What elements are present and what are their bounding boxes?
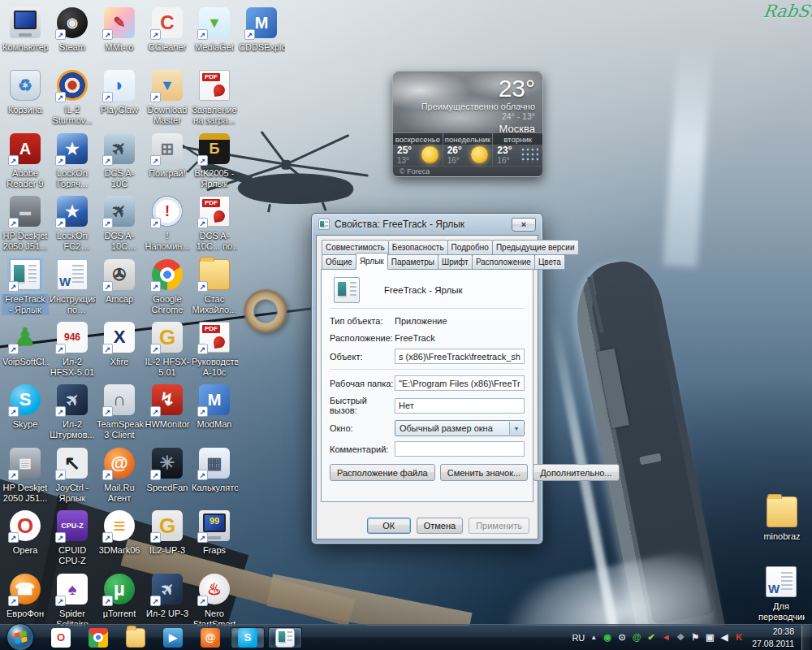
volume-tray-icon[interactable]: ◀ bbox=[718, 631, 731, 644]
close-button[interactable]: × bbox=[512, 218, 536, 232]
desktop-icon-calculator[interactable]: ▦↗Калькулятор bbox=[191, 445, 238, 493]
desktop-icon-mediaget[interactable]: ▼↗MediaGet bbox=[191, 5, 238, 53]
dialog-tab-4[interactable]: Расположение bbox=[472, 254, 535, 270]
dialog-tab-1[interactable]: Безопасность bbox=[388, 240, 448, 255]
window-mode-dropdown[interactable]: Обычный размер окна ▼ bbox=[395, 420, 525, 436]
desktop-icon-dlya-perevodchika[interactable]: WДля переводчика bbox=[758, 564, 805, 622]
desktop-icon-mmtro[interactable]: ✎↗MMt-ro bbox=[96, 5, 143, 53]
desktop-icon-lockon-fc2[interactable]: ★↗LockOn FC2 сетевой р... bbox=[49, 193, 96, 252]
desktop-icon-il2-up3[interactable]: ✈↗Ил-2 UP-3 bbox=[144, 571, 191, 619]
desktop-icon-steam[interactable]: ◉↗Steam bbox=[49, 5, 96, 53]
hotkey-input[interactable] bbox=[395, 398, 525, 414]
desktop-icon-spider-solitaire[interactable]: ♠↗Spider Solitaire bbox=[49, 571, 96, 630]
working-folder-input[interactable] bbox=[395, 375, 525, 391]
desktop-icon-adobe-reader-9[interactable]: A↗Adobe Reader 9 bbox=[2, 131, 49, 189]
network-tray-icon[interactable]: ▣ bbox=[703, 631, 716, 644]
desktop-icon-il2-shturmovik[interactable]: ✈↗Ил-2 Штурмов... bbox=[49, 382, 96, 440]
desktop[interactable]: RabSt Компьютер◉↗Steam✎↗MMt-roC↗CCleaner… bbox=[0, 0, 812, 650]
desktop-icon-freetrack-manual[interactable]: WИнструкция по FREETR... bbox=[49, 257, 96, 315]
desktop-icon-il2-up3-g[interactable]: G↗IL2-UP-3 bbox=[144, 508, 191, 556]
desktop-icon-il2-sturmovik[interactable]: ↗IL-2 Sturmov... bbox=[49, 67, 96, 126]
desktop-icon-poigray[interactable]: ⊞↗Поиграй! bbox=[144, 131, 191, 179]
taskbar-explorer-button[interactable] bbox=[119, 627, 153, 648]
taskbar-chrome-button[interactable] bbox=[81, 627, 115, 648]
desktop-icon-skype[interactable]: S↗Skype bbox=[2, 382, 49, 430]
change-icon-button[interactable]: Сменить значок... bbox=[440, 464, 529, 481]
desktop-icon-btk2005[interactable]: Б↗BtK2005 - Ярлык bbox=[191, 131, 238, 189]
taskbar-media-player-button[interactable]: ▶ bbox=[156, 627, 190, 648]
show-desktop-button[interactable] bbox=[801, 625, 810, 650]
apply-button[interactable]: Применить bbox=[469, 518, 529, 534]
dialog-tab-1[interactable]: Ярлык bbox=[356, 253, 388, 270]
desktop-icon-napominalka[interactable]: !↗!Напомин... bbox=[144, 193, 191, 252]
taskbar-freetrack-button[interactable] bbox=[268, 627, 302, 648]
desktop-icon-dcs-a10c-network[interactable]: ✈↗DCS A-10C Сетевая игра bbox=[96, 193, 143, 252]
desktop-icon-hwmonitor[interactable]: ↯↗HWMonitor bbox=[144, 382, 191, 430]
desktop-icon-google-chrome[interactable]: ↗Google Chrome bbox=[144, 257, 191, 315]
file-location-button[interactable]: Расположение файла bbox=[330, 464, 435, 481]
desktop-icon-voipsoftclient[interactable]: ♟↗VoipSoftCl... bbox=[2, 319, 49, 367]
mailru-agent-tray-icon[interactable]: @ bbox=[630, 631, 643, 644]
desktop-icon-nero-startsmart[interactable]: ♨↗Nero StartSmart bbox=[191, 571, 238, 630]
dialog-tab-3[interactable]: Предыдущие версии bbox=[492, 240, 579, 255]
desktop-icon-computer[interactable]: Компьютер bbox=[2, 5, 49, 53]
cancel-button[interactable]: Отмена bbox=[417, 518, 463, 534]
ok-button[interactable]: ОК bbox=[367, 518, 411, 534]
desktop-icon-freetrack[interactable]: ↗FreeTrack - Ярлык bbox=[2, 257, 49, 315]
shortcut-arrow-icon: ↗ bbox=[197, 532, 208, 543]
dialog-titlebar[interactable]: Свойства: FreeTrack - Ярлык bbox=[312, 214, 542, 235]
desktop-icon-joyctrl[interactable]: ↖↗JoyCtrl - Ярлык bbox=[49, 445, 96, 504]
freetrack-tray-icon[interactable]: ◉ bbox=[601, 631, 614, 644]
dialog-tab-2[interactable]: Параметры bbox=[387, 254, 438, 270]
volume-muted-tray-icon[interactable]: ◄ bbox=[659, 631, 672, 644]
target-input[interactable] bbox=[395, 349, 525, 364]
desktop-icon-3dmark06[interactable]: ≡↗3DMark06 bbox=[96, 508, 143, 556]
desktop-icon-teamspeak3[interactable]: ∩↗TeamSpeak 3 Client bbox=[96, 382, 143, 440]
desktop-icon-lockon-goryachie[interactable]: ★↗LockOn Горяч... bbox=[49, 131, 96, 189]
tray-expand-icon[interactable]: ▲ bbox=[590, 634, 597, 641]
start-button[interactable] bbox=[6, 623, 34, 650]
dialog-tab-0[interactable]: Общие bbox=[322, 254, 356, 270]
desktop-icon-cpuz[interactable]: CPU-Z↗CPUID CPU-Z bbox=[49, 508, 96, 566]
dialog-tab-5[interactable]: Цвета bbox=[534, 254, 565, 270]
action-center-flag-icon[interactable]: ⚑ bbox=[689, 631, 702, 644]
desktop-icon-evrofon[interactable]: ☎↗ЕвроФон bbox=[2, 571, 49, 619]
desktop-icon-recycle-bin[interactable]: ♻Корзина bbox=[2, 67, 49, 115]
desktop-icon-minobraz-folder[interactable]: minobraz bbox=[758, 494, 806, 542]
clock-tray-icon[interactable]: ⊙ bbox=[615, 631, 628, 644]
desktop-icon-ccleaner[interactable]: C↗CCleaner bbox=[144, 5, 191, 53]
dialog-tab-3[interactable]: Шрифт bbox=[438, 254, 473, 270]
advanced-button[interactable]: Дополнительно... bbox=[533, 464, 619, 481]
desktop-icon-dcs-a10c[interactable]: ✈↗DCS A-10C bbox=[96, 131, 143, 189]
desktop-icon-amcap[interactable]: ✇↗Amcap bbox=[96, 257, 143, 305]
taskbar-mailru-agent-button[interactable]: @ bbox=[193, 627, 227, 648]
taskbar-skype-button[interactable]: S bbox=[231, 627, 265, 648]
desktop-icon-opera[interactable]: O↗Opera bbox=[2, 508, 49, 556]
desktop-icon-fraps[interactable]: 99↗Fraps bbox=[191, 508, 238, 556]
desktop-icon-il2-hfsx[interactable]: 946↗Ил-2 HFSX-5.01 bbox=[49, 319, 96, 378]
desktop-icon-modman[interactable]: M↗ModMan bbox=[191, 382, 238, 430]
dialog-tab-2[interactable]: Подробно bbox=[447, 240, 493, 255]
desktop-icon-stas-mihaylov[interactable]: ↗Стас Михайло... bbox=[191, 257, 238, 315]
clock[interactable]: 20:38 27.08.2011 bbox=[752, 626, 794, 648]
desktop-icon-hp-deskjet-scan[interactable]: ▬↗HP Deskjet 2050 J51... bbox=[2, 193, 49, 252]
desktop-icon-utorrent[interactable]: µ↗µTorrent bbox=[96, 571, 143, 619]
taskbar-opera-button[interactable]: O bbox=[44, 627, 78, 648]
desktop-icon-mailru-agent[interactable]: @↗Mail.Ru Агент bbox=[96, 445, 143, 504]
desktop-icon-cddsexplorer[interactable]: M↗CDDSExplo... bbox=[238, 5, 285, 53]
desktop-icon-hp-deskjet-printer[interactable]: ▤↗HP Deskjet 2050 J51... bbox=[2, 445, 49, 504]
desktop-icon-speedfan[interactable]: ✳↗SpeedFan bbox=[144, 445, 191, 493]
language-indicator[interactable]: RU bbox=[572, 633, 585, 643]
desktop-icon-a10c-manual-pdf[interactable]: PDF↗Руководство A-10c bbox=[191, 319, 238, 378]
desktop-icon-playclaw[interactable]: ◗↗PlayClaw bbox=[96, 67, 143, 115]
desktop-icon-download-master[interactable]: ▼↗Download Master bbox=[144, 67, 191, 126]
desktop-icon-zayavlenie-pdf[interactable]: PDFЗаявление на загра... bbox=[191, 67, 238, 126]
weather-gadget[interactable]: 23° Преимущественно облачно 24° - 13° Мо… bbox=[392, 72, 543, 177]
comment-input[interactable] bbox=[395, 441, 525, 457]
skype-online-tray-icon[interactable]: ✔ bbox=[645, 631, 658, 644]
desktop-icon-il2-hfsx-g[interactable]: G↗IL-2 HFSX-5.01 bbox=[144, 319, 191, 378]
teamspeak-tray-icon[interactable]: ❖ bbox=[674, 631, 687, 644]
desktop-icon-xfire[interactable]: X↗Xfire bbox=[96, 319, 143, 367]
kaspersky-tray-icon[interactable]: K bbox=[732, 631, 745, 644]
desktop-icon-dcs-a10c-pdf[interactable]: PDF↗DCS A-10C... по быстро... bbox=[191, 193, 238, 252]
